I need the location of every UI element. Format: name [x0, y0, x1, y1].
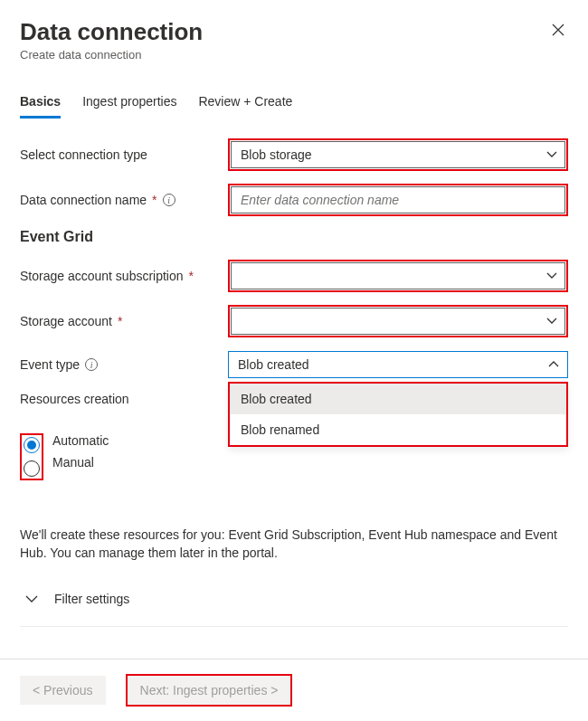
footer: < Previous Next: Ingest properties > — [0, 659, 588, 721]
close-icon — [552, 24, 564, 36]
tab-review-create[interactable]: Review + Create — [198, 87, 292, 119]
data-connection-name-input[interactable]: Enter data connection name — [231, 186, 565, 213]
required-asterisk: * — [152, 193, 156, 207]
event-type-value: Blob created — [238, 357, 309, 372]
storage-account-label: Storage account * — [20, 314, 228, 328]
tabs: Basics Ingest properties Review + Create — [20, 87, 568, 119]
info-icon[interactable]: i — [85, 358, 98, 371]
resources-creation-help-text: We'll create these resources for you: Ev… — [20, 526, 568, 563]
event-type-label: Event type i — [20, 357, 228, 372]
radio-label-manual: Manual — [52, 455, 109, 470]
info-icon[interactable]: i — [163, 194, 175, 206]
filter-settings-label: Filter settings — [54, 592, 129, 606]
connection-type-value: Blob storage — [241, 147, 312, 162]
storage-account-select[interactable] — [231, 308, 565, 335]
divider — [20, 626, 568, 627]
tab-basics[interactable]: Basics — [20, 87, 61, 119]
radio-label-automatic: Automatic — [52, 433, 109, 448]
storage-subscription-label: Storage account subscription * — [20, 269, 228, 283]
resources-creation-radio-automatic[interactable] — [24, 437, 40, 453]
close-button[interactable] — [548, 18, 568, 44]
filter-settings-expander[interactable]: Filter settings — [20, 584, 568, 613]
data-connection-name-label-text: Data connection name — [20, 193, 147, 207]
event-type-dropdown: Blob created Blob renamed — [228, 382, 568, 447]
event-type-option-blob-created[interactable]: Blob created — [230, 384, 566, 414]
previous-button[interactable]: < Previous — [20, 676, 106, 705]
page-subtitle: Create data connection — [20, 48, 203, 62]
event-type-label-text: Event type — [20, 357, 80, 372]
next-button[interactable]: Next: Ingest properties > — [128, 676, 291, 705]
required-asterisk: * — [118, 314, 122, 328]
storage-subscription-select[interactable] — [231, 262, 565, 289]
storage-account-label-text: Storage account — [20, 314, 112, 328]
data-connection-name-label: Data connection name * i — [20, 193, 228, 207]
resources-creation-label: Resources creation — [20, 392, 228, 406]
connection-type-label: Select connection type — [20, 147, 228, 162]
required-asterisk: * — [189, 269, 194, 283]
resources-creation-radio-manual[interactable] — [24, 460, 40, 477]
tab-ingest-properties[interactable]: Ingest properties — [82, 87, 176, 119]
storage-subscription-label-text: Storage account subscription — [20, 269, 184, 283]
page-title: Data connection — [20, 18, 203, 46]
event-type-select[interactable]: Blob created — [228, 351, 568, 378]
chevron-down-icon — [25, 592, 38, 606]
connection-type-select[interactable]: Blob storage — [231, 141, 565, 168]
event-type-option-blob-renamed[interactable]: Blob renamed — [230, 414, 566, 445]
event-grid-heading: Event Grid — [20, 229, 568, 245]
